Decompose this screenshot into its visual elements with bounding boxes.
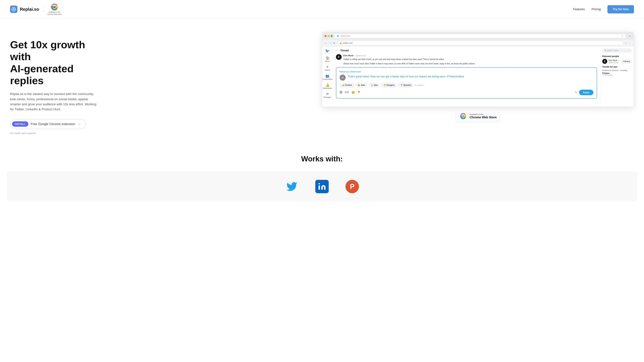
try-for-free-button[interactable]: Try for free [608, 5, 634, 13]
refresh-button[interactable]: ↻ [333, 42, 335, 44]
relevant-people-title: Relevant people [602, 55, 632, 57]
navbar: Replai.so Available in the Chrome Web St… [0, 0, 644, 18]
tag-disagree[interactable]: 👎 Disagree [381, 83, 397, 87]
twitter-bird-icon: 🐦 [325, 49, 330, 53]
sidebar-home-label: Home [325, 60, 330, 62]
new-tab-button[interactable]: ＋ [628, 34, 632, 38]
gif-icon[interactable]: GIF [345, 91, 349, 94]
install-text: Free Google Chrome extension [31, 122, 75, 126]
back-button[interactable]: ← [324, 41, 327, 44]
reply-button[interactable]: Reply [579, 90, 593, 95]
tab-close[interactable]: ✕ [622, 35, 623, 37]
tag-question[interactable]: ❓ Question [398, 83, 414, 87]
arrow-icon: → [78, 122, 81, 126]
close-dot [324, 35, 326, 37]
bookmark-icon[interactable]: ☆ [625, 41, 627, 45]
relevant-person: E Elon Musk ✓ @elonmusk Following [602, 59, 632, 64]
logo-icon [10, 5, 18, 13]
reply-submit-area: ↻ Reply [575, 90, 593, 95]
trends-title: Trends for you [602, 65, 632, 68]
browser-tab-bar: 🐦 twitter.com ✕ ＋ [322, 32, 634, 40]
platform-twitter [285, 180, 298, 193]
sidebar-communities-label: Communities [322, 78, 332, 80]
tag-joke[interactable]: 😄 Joke [355, 83, 367, 87]
reply-actions-bar: 🖼 GIF 😊 📍 ↻ Reply [340, 90, 593, 95]
relevant-person-info: Elon Musk ✓ @elonmusk [608, 59, 620, 63]
loading-spinner: ↻ [575, 91, 577, 94]
location-icon[interactable]: 📍 [357, 91, 360, 94]
image-icon[interactable]: 🖼 [340, 91, 342, 94]
hero-left: Get 10x growth with AI-generated replies… [10, 32, 107, 135]
hero-right: 🐦 twitter.com ✕ ＋ ← → ↻ 🔒 twitter.com ☆ … [322, 32, 634, 123]
platform-linkedin [315, 180, 329, 193]
chrome-web-store-badge: Available in the Chrome Web Store [48, 3, 62, 15]
reply-hashtag: #TwitterIsAlive [447, 75, 464, 78]
twitter-platform-icon [285, 180, 298, 193]
tag-positive[interactable]: 👍 Positive [340, 83, 354, 87]
browser-dots [324, 35, 332, 37]
twitter-logo: 🐦 [325, 49, 330, 53]
sidebar-item-home[interactable]: 🏠 Home [325, 56, 330, 62]
reply-text-content: That's great news! Now we can get a bett… [348, 75, 593, 81]
logo-text: Replai.so [20, 7, 39, 12]
tab-title: twitter.com [340, 35, 350, 37]
hero-description: Replai.so is the easiest way to connect … [10, 91, 97, 112]
tweet-text-1: Twitter is rolling out View Count, so yo… [343, 58, 476, 61]
sidebar-explore-label: Explore [325, 69, 330, 71]
by-replai-label: by replai.so [415, 84, 424, 86]
twitter-content: 🐦 🏠 Home # Explore 👥 Communities [322, 46, 634, 107]
thread-title: Thread [340, 49, 349, 52]
works-with-section: Works with: P [0, 145, 644, 208]
chrome-store-badge: Available in the Chrome Web Store [456, 110, 500, 123]
more-options-icon[interactable]: ⋮ [629, 41, 632, 45]
maximize-dot [330, 35, 332, 37]
replying-to-label: Replying to @elonmusk [340, 70, 593, 73]
address-bar[interactable]: 🔒 twitter.com [337, 41, 623, 45]
twitter-main-content: ← Thread E Elon Musk ✓ @elonmusk Twitter… [333, 46, 600, 107]
user-avatar: U [340, 75, 346, 81]
tweet-content: Elon Musk ✓ @elonmusk Twitter is rolling… [343, 54, 476, 65]
chrome-badge-line2: Chrome Web Store [48, 13, 62, 15]
hero-title: Get 10x growth with AI-generated replies [10, 39, 107, 86]
chrome-store-text: Available in the Chrome Web Store [470, 113, 497, 119]
chrome-store-line1: Available in the [470, 113, 497, 116]
relevant-person-avatar: E [602, 59, 607, 64]
chrome-icon [50, 3, 58, 11]
svg-point-8 [318, 183, 320, 184]
replying-handle: @elonmusk [350, 70, 361, 73]
thread-back-button[interactable]: ← [336, 49, 338, 52]
features-link[interactable]: Features [573, 7, 585, 11]
thread-header: ← Thread [336, 49, 597, 52]
explore-icon: # [326, 65, 328, 69]
reply-media-icons: 🖼 GIF 😊 📍 [340, 91, 360, 94]
url-text: twitter.com [343, 42, 352, 44]
no-credit-card-text: No credit card required [10, 132, 107, 135]
producthunt-platform-icon: P [346, 180, 359, 193]
trend-name: Polygon [602, 72, 632, 74]
twitter-search-bar[interactable]: 🔍 Search Twitter [602, 48, 632, 53]
following-button[interactable]: Following [621, 60, 632, 63]
sidebar-item-messages[interactable]: ✉ Messages [324, 92, 332, 98]
sidebar-item-communities[interactable]: 👥 Communities [322, 74, 332, 80]
install-chrome-extension-button[interactable]: INSTALL Free Google Chrome extension → [10, 119, 86, 129]
sidebar-item-explore[interactable]: # Explore [325, 65, 330, 71]
lock-icon: 🔒 [340, 42, 342, 44]
relevant-person-verified: ✓ [618, 59, 619, 61]
emoji-icon[interactable]: 😊 [352, 91, 355, 94]
browser-nav-bar: ← → ↻ 🔒 twitter.com ☆ ⋮ [322, 40, 634, 46]
relevant-person-handle: @elonmusk [608, 61, 620, 63]
install-badge: INSTALL [12, 121, 28, 127]
svg-point-7 [463, 116, 464, 117]
pricing-link[interactable]: Pricing [592, 7, 601, 11]
tag-idea[interactable]: 💡 Idea [368, 83, 380, 87]
chrome-store-line2: Chrome Web Store [470, 116, 497, 119]
reply-compose-box: Replying to @elonmusk U That's great new… [336, 67, 597, 98]
tweet-text-2: Shows how much more alive Twitter is tha… [343, 62, 476, 65]
browser-tab: 🐦 twitter.com ✕ [334, 34, 626, 38]
works-with-title: Works with: [7, 155, 637, 163]
sidebar-item-notifications[interactable]: 🔔 Notifications [323, 83, 332, 89]
relevant-person-name: Elon Musk [608, 59, 617, 61]
home-icon: 🏠 [326, 56, 330, 60]
forward-button[interactable]: → [329, 41, 332, 44]
messages-icon: ✉ [326, 92, 329, 96]
